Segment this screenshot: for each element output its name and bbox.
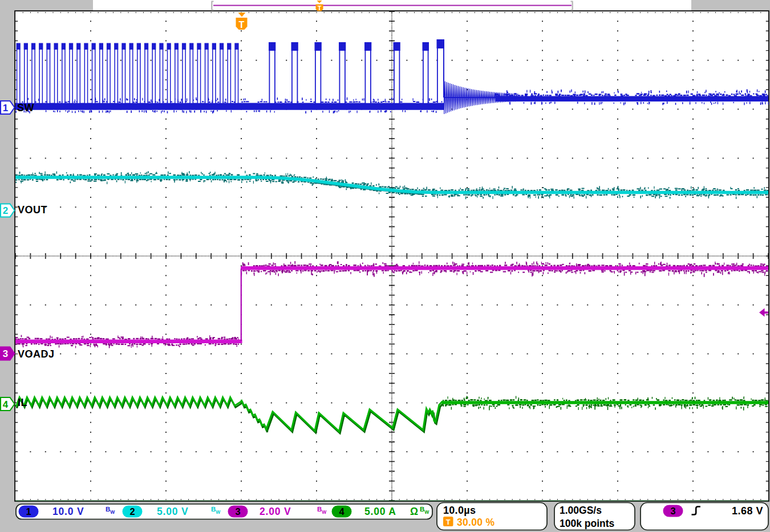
svg-text:2: 2: [129, 506, 135, 517]
svg-text:3: 3: [3, 348, 8, 359]
svg-text:1.00GS/s: 1.00GS/s: [560, 505, 602, 516]
svg-text:5.00 V: 5.00 V: [157, 506, 188, 517]
svg-text:1.68 V: 1.68 V: [732, 505, 763, 517]
svg-text:Ω: Ω: [410, 506, 418, 517]
svg-text:T: T: [318, 5, 322, 11]
svg-text:1: 1: [3, 103, 8, 113]
svg-text:30.00 %: 30.00 %: [457, 517, 495, 528]
svg-text:3: 3: [670, 506, 675, 516]
svg-text:VOADJ: VOADJ: [18, 348, 55, 360]
svg-text:3: 3: [235, 506, 240, 517]
svg-text:T: T: [239, 20, 245, 30]
svg-text:5.00 A: 5.00 A: [364, 506, 396, 517]
svg-text:SW: SW: [17, 102, 34, 113]
svg-text:10.0µs: 10.0µs: [443, 505, 476, 516]
svg-text:1: 1: [26, 506, 31, 517]
svg-text:4: 4: [339, 506, 345, 517]
svg-text:100k points: 100k points: [560, 518, 615, 529]
svg-text:10.0 V: 10.0 V: [52, 506, 84, 517]
svg-text:T: T: [446, 518, 451, 526]
svg-text:2: 2: [3, 205, 8, 216]
svg-text:VOUT: VOUT: [18, 204, 47, 216]
svg-text:IL: IL: [18, 397, 27, 408]
svg-text:4: 4: [3, 399, 9, 410]
svg-text:2.00 V: 2.00 V: [260, 506, 291, 517]
